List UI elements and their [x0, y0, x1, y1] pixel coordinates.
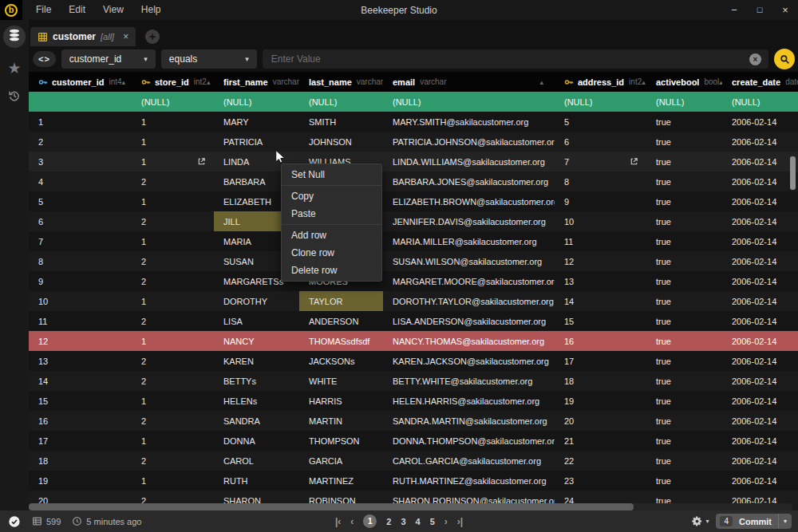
- cell[interactable]: 3: [29, 152, 132, 171]
- cell[interactable]: 1: [132, 152, 214, 171]
- cell[interactable]: JACKSONs: [299, 351, 383, 371]
- page-button-4[interactable]: 4: [416, 517, 421, 526]
- cell[interactable]: 6: [555, 132, 646, 152]
- cell[interactable]: 14: [29, 371, 132, 391]
- cell[interactable]: DOROTHY.TAYLOR@sakilacustomer.org: [383, 291, 555, 311]
- page-button-2[interactable]: 2: [386, 517, 391, 526]
- table-row[interactable]: 42BARBARABARBARA.JONES@sakilacustomer.or…: [29, 171, 798, 191]
- cell[interactable]: true: [646, 231, 722, 251]
- table-row[interactable]: 21PATRICIAJOHNSONPATRICIA.JOHNSON@sakila…: [29, 132, 798, 152]
- insert-cell[interactable]: (NULL): [299, 92, 383, 112]
- cell[interactable]: 6: [29, 211, 132, 231]
- cell[interactable]: 23: [555, 471, 646, 491]
- cell[interactable]: 4: [29, 171, 132, 191]
- commit-button[interactable]: 4 Commit ▾: [716, 514, 792, 529]
- cell[interactable]: 2: [132, 371, 214, 391]
- cell[interactable]: true: [646, 132, 722, 152]
- cell[interactable]: DONNA.THOMPSON@sakilacustomer.org: [383, 431, 555, 451]
- cell[interactable]: true: [646, 271, 722, 291]
- cell[interactable]: 2: [132, 451, 214, 471]
- cell[interactable]: 21: [555, 431, 646, 451]
- cell[interactable]: JOHNSON: [299, 132, 383, 152]
- expand-cell-icon[interactable]: [630, 157, 638, 166]
- cell[interactable]: 18: [29, 451, 132, 471]
- insert-cell[interactable]: (NULL): [646, 92, 722, 112]
- cell[interactable]: 2006-02-14: [722, 171, 798, 191]
- table-row[interactable]: 162SANDRAMARTINSANDRA.MARTIN@sakilacusto…: [29, 411, 798, 431]
- cell[interactable]: 2: [132, 251, 214, 271]
- cell[interactable]: 12: [555, 251, 646, 271]
- cell[interactable]: 10: [555, 211, 646, 231]
- cell[interactable]: HELEN.HARRIS@sakilacustomer.org: [383, 391, 555, 411]
- cell[interactable]: DONNA: [214, 431, 299, 451]
- cell[interactable]: 5: [29, 191, 132, 211]
- cell[interactable]: 2006-02-14: [722, 112, 798, 132]
- cell[interactable]: 11: [555, 231, 646, 251]
- table-row[interactable]: 92MARGARETSsMOORESMARGARET.MOORE@sakilac…: [29, 271, 798, 291]
- page-button-1[interactable]: 1: [363, 514, 377, 528]
- column-header-customer_id[interactable]: customer_idint4▴: [29, 72, 132, 92]
- cell[interactable]: PATRICIA: [214, 132, 299, 152]
- cell[interactable]: 19: [555, 391, 646, 411]
- context-menu-item-add-row[interactable]: Add row: [282, 227, 381, 244]
- cell[interactable]: PATRICIA.JOHNSON@sakilacustomer.org: [383, 132, 555, 152]
- cell[interactable]: 2006-02-14: [722, 191, 798, 211]
- table-settings-menu[interactable]: ▾: [691, 515, 709, 527]
- cell[interactable]: 1: [132, 112, 214, 132]
- table-row[interactable]: 171DONNATHOMPSONDONNA.THOMPSON@sakilacus…: [29, 431, 798, 451]
- horizontal-scrollbar-track[interactable]: [29, 503, 792, 510]
- cell[interactable]: 2006-02-14: [722, 271, 798, 291]
- cell[interactable]: SUSAN.WILSON@sakilacustomer.org: [383, 251, 555, 271]
- cell[interactable]: 2006-02-14: [722, 351, 798, 371]
- context-menu-item-clone-row[interactable]: Clone row: [282, 244, 381, 262]
- sidebar-item-favorites[interactable]: ★: [7, 61, 21, 76]
- last-page-button[interactable]: ›|: [457, 516, 463, 527]
- cell[interactable]: true: [646, 431, 722, 451]
- first-page-button[interactable]: |‹: [335, 516, 341, 527]
- table-row[interactable]: 62JILLJENNIFER.DAVIS@sakilacustomer.org1…: [29, 211, 798, 231]
- cell[interactable]: 2006-02-14: [722, 371, 798, 391]
- cell[interactable]: 1: [132, 291, 214, 311]
- cell[interactable]: JENNIFER.DAVIS@sakilacustomer.org: [383, 211, 555, 231]
- cell[interactable]: true: [646, 291, 722, 311]
- context-menu-item-paste[interactable]: Paste: [282, 205, 381, 223]
- horizontal-scrollbar-thumb[interactable]: [29, 503, 634, 510]
- cell[interactable]: TAYLOR: [299, 291, 383, 311]
- insert-cell[interactable]: (NULL): [722, 92, 798, 112]
- cell[interactable]: MARY: [214, 112, 299, 132]
- cell[interactable]: 2: [132, 271, 214, 291]
- table-row[interactable]: 112LISAANDERSONLISA.ANDERSON@sakilacusto…: [29, 311, 798, 331]
- cell[interactable]: 2006-02-14: [722, 451, 798, 471]
- cell[interactable]: 2006-02-14: [722, 251, 798, 271]
- table-row[interactable]: 11MARYSMITHMARY.SMITH@sakilacustomer.org…: [29, 112, 798, 132]
- cell[interactable]: 2006-02-14: [722, 291, 798, 311]
- table-row[interactable]: 151HELENsHARRISHELEN.HARRIS@sakilacustom…: [29, 391, 798, 411]
- cell[interactable]: 8: [555, 171, 646, 191]
- cell[interactable]: 2006-02-14: [722, 231, 798, 251]
- cell[interactable]: 16: [29, 411, 132, 431]
- cell[interactable]: 13: [555, 271, 646, 291]
- cell[interactable]: 2006-02-14: [722, 471, 798, 491]
- cell[interactable]: 1: [132, 191, 214, 211]
- cell[interactable]: true: [646, 351, 722, 371]
- vertical-scrollbar-thumb[interactable]: [790, 156, 796, 190]
- insert-cell[interactable]: [29, 92, 132, 112]
- cell[interactable]: 11: [29, 311, 132, 331]
- table-row[interactable]: 51ELIZABETHELIZABETH.BROWN@sakilacustome…: [29, 191, 798, 211]
- insert-cell[interactable]: (NULL): [132, 92, 214, 112]
- menu-file[interactable]: File: [27, 0, 60, 20]
- table-row[interactable]: 182CAROLGARCIACAROL.GARCIA@sakilacustome…: [29, 451, 798, 471]
- cell[interactable]: 1: [132, 391, 214, 411]
- cell[interactable]: LINDA.WILLIAMS@sakilacustomer.org: [383, 152, 555, 171]
- column-header-create_date[interactable]: create_datedate▴: [722, 72, 798, 92]
- column-header-first_name[interactable]: first_namevarchar▴: [214, 72, 299, 92]
- cell[interactable]: 2006-02-14: [722, 132, 798, 152]
- cell[interactable]: 17: [29, 431, 132, 451]
- menu-edit[interactable]: Edit: [60, 0, 94, 20]
- cell[interactable]: 2: [132, 411, 214, 431]
- cell[interactable]: SANDRA: [214, 411, 299, 431]
- cell[interactable]: 2006-02-14: [722, 152, 798, 171]
- cell[interactable]: 1: [132, 431, 214, 451]
- cell[interactable]: 2: [132, 351, 214, 371]
- cell[interactable]: 2006-02-14: [722, 431, 798, 451]
